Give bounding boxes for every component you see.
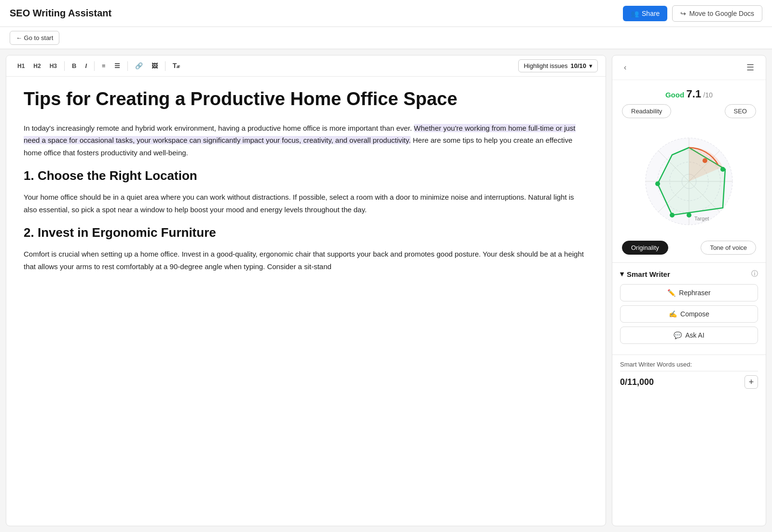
editor-toolbar: H1 H2 H3 B I ≡ ☰ 🔗 🖼 xyxy=(6,55,606,77)
right-panel-header: ‹ ☰ xyxy=(612,55,766,80)
compose-icon: ✍️ xyxy=(669,310,677,318)
unordered-list-icon: ☰ xyxy=(114,62,120,69)
share-button[interactable]: 👥 Share xyxy=(623,6,667,21)
highlight-dropdown[interactable]: Highlight issues 10/10 ▾ xyxy=(518,59,598,72)
toolbar-divider-1 xyxy=(64,61,65,71)
ask-ai-button[interactable]: 💬 Ask AI xyxy=(620,327,758,344)
rephraser-button[interactable]: ✏️ Rephraser xyxy=(620,284,758,301)
words-count-value: 0/11,000 xyxy=(620,377,654,387)
chevron-down-icon: ▾ xyxy=(589,62,593,69)
toolbar-divider-2 xyxy=(94,61,95,71)
svg-point-13 xyxy=(703,158,707,163)
toolbar-divider-4 xyxy=(165,61,165,71)
smart-writer-info-button[interactable]: ⓘ xyxy=(751,270,758,278)
go-to-start-button[interactable]: ← Go to start xyxy=(10,31,59,45)
words-used-label: Smart Writer Words used: xyxy=(620,361,758,368)
editor-content[interactable]: Tips for Creating a Productive Home Offi… xyxy=(6,77,606,526)
h2-button[interactable]: H2 xyxy=(30,60,44,72)
svg-point-12 xyxy=(655,181,660,186)
rephraser-icon: ✏️ xyxy=(667,289,676,297)
svg-point-11 xyxy=(670,213,675,218)
radar-chart-container: Target xyxy=(612,122,766,241)
clear-format-button[interactable]: T𝓍 xyxy=(169,59,183,72)
main-layout: H1 H2 H3 B I ≡ ☰ 🔗 🖼 xyxy=(0,49,772,532)
compose-button[interactable]: ✍️ Compose xyxy=(620,305,758,323)
google-docs-button[interactable]: ↪ Move to Google Docs xyxy=(672,5,762,22)
smart-writer-section: ▾ Smart Writer ⓘ ✏️ Rephraser ✍️ Compose… xyxy=(612,262,766,355)
image-button[interactable]: 🖼 xyxy=(148,60,161,72)
section2-heading: 2. Invest in Ergonomic Furniture xyxy=(24,225,588,240)
bottom-tabs: Originality Tone of voice xyxy=(612,241,766,262)
panel-menu-button[interactable]: ☰ xyxy=(743,60,758,75)
ordered-list-icon: ≡ xyxy=(102,62,106,69)
section2-para: Comfort is crucial when setting up a hom… xyxy=(24,248,588,273)
header-actions: 👥 Share ↪ Move to Google Docs xyxy=(623,5,762,22)
h1-button[interactable]: H1 xyxy=(14,60,28,72)
editor-panel: H1 H2 H3 B I ≡ ☰ 🔗 🖼 xyxy=(6,55,606,526)
words-divider xyxy=(620,371,758,371)
ask-ai-icon: 💬 xyxy=(674,331,682,339)
section1-heading: 1. Choose the Right Location xyxy=(24,168,588,183)
score-section: Good 7.1 /10 xyxy=(612,80,766,104)
section1-para: Your home office should be in a quiet ar… xyxy=(24,191,588,216)
article-title: Tips for Creating a Productive Home Offi… xyxy=(24,88,588,110)
smart-writer-header: ▾ Smart Writer ⓘ xyxy=(620,270,758,278)
score-tabs: Readability SEO xyxy=(612,104,766,122)
bold-button[interactable]: B xyxy=(69,60,80,72)
app-title: SEO Writing Assistant xyxy=(10,8,111,19)
italic-button[interactable]: I xyxy=(82,60,90,72)
toolbar-divider-3 xyxy=(127,61,128,71)
radar-chart: Target xyxy=(634,126,744,237)
tab-seo[interactable]: SEO xyxy=(725,104,756,118)
h3-button[interactable]: H3 xyxy=(46,60,60,72)
ordered-list-button[interactable]: ≡ xyxy=(98,60,109,72)
tab-tone-of-voice[interactable]: Tone of voice xyxy=(701,241,756,255)
image-icon: 🖼 xyxy=(152,62,158,69)
share-icon: 👥 xyxy=(631,10,639,17)
words-count-row: 0/11,000 + xyxy=(620,375,758,389)
collapse-icon: ▾ xyxy=(620,270,624,278)
editor-toolbar-left: H1 H2 H3 B I ≡ ☰ 🔗 🖼 xyxy=(14,59,183,72)
toolbar-row: ← Go to start xyxy=(0,27,772,49)
tab-readability[interactable]: Readability xyxy=(622,104,671,118)
link-button[interactable]: 🔗 xyxy=(132,60,146,72)
smart-writer-title: ▾ Smart Writer xyxy=(620,270,670,278)
link-icon: 🔗 xyxy=(135,62,143,69)
right-panel: ‹ ☰ Good 7.1 /10 Readability SEO xyxy=(612,55,766,526)
words-add-button[interactable]: + xyxy=(744,375,758,389)
app-header: SEO Writing Assistant 👥 Share ↪ Move to … xyxy=(0,0,772,27)
panel-collapse-button[interactable]: ‹ xyxy=(620,61,630,74)
google-docs-icon: ↪ xyxy=(680,10,686,17)
svg-text:Target: Target xyxy=(694,216,709,221)
article-para-1: In today's increasingly remote and hybri… xyxy=(24,122,588,159)
unordered-list-button[interactable]: ☰ xyxy=(111,60,124,72)
svg-point-9 xyxy=(720,167,725,172)
svg-point-10 xyxy=(687,213,691,218)
clear-format-icon: T𝓍 xyxy=(173,62,180,70)
tab-originality[interactable]: Originality xyxy=(622,241,668,255)
words-used-section: Smart Writer Words used: 0/11,000 + xyxy=(612,355,766,395)
